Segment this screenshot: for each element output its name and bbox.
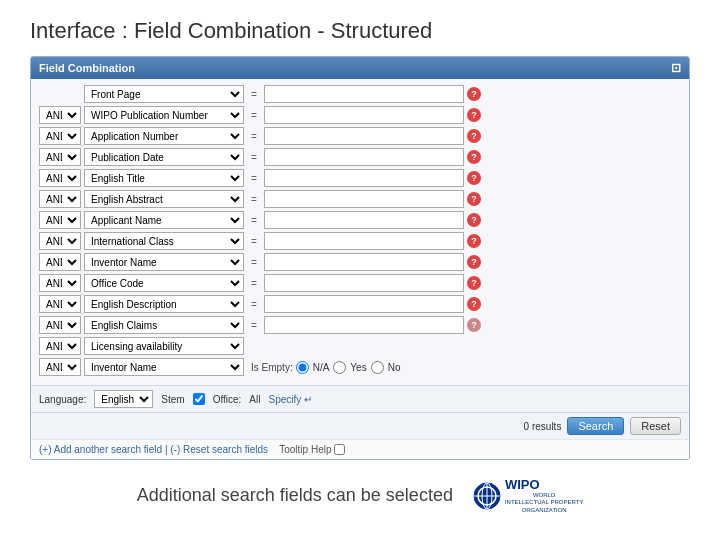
results-bar: 0 results Search Reset — [31, 412, 689, 439]
operator-select-10[interactable]: AND — [39, 295, 81, 313]
value-input-4[interactable] — [264, 169, 464, 187]
equals-label-4: = — [247, 173, 261, 184]
wipo-name: WIPO — [505, 478, 540, 492]
operator-select-5[interactable]: AND — [39, 190, 81, 208]
slide-container: Interface : Field Combination - Structur… — [0, 0, 720, 540]
is-empty-label: Is Empty: — [251, 362, 293, 373]
field-select-9[interactable]: Office Code — [84, 274, 244, 292]
field-select-5[interactable]: English Abstract — [84, 190, 244, 208]
panel-header-label: Field Combination — [39, 62, 135, 74]
value-input-2[interactable] — [264, 127, 464, 145]
help-icon-2[interactable]: ? — [467, 129, 481, 143]
reset-button[interactable]: Reset — [630, 417, 681, 435]
value-input-7[interactable] — [264, 232, 464, 250]
help-icon-10[interactable]: ? — [467, 297, 481, 311]
value-input-1[interactable] — [264, 106, 464, 124]
help-icon-0[interactable]: ? — [467, 87, 481, 101]
field-select-8[interactable]: Inventor Name — [84, 253, 244, 271]
value-input-11[interactable] — [264, 316, 464, 334]
operator-select-3[interactable]: AND — [39, 148, 81, 166]
field-select-11[interactable]: English Claims — [84, 316, 244, 334]
tooltip-label: Tooltip Help — [279, 444, 331, 455]
radio-na[interactable] — [296, 361, 309, 374]
field-select-4[interactable]: English Title — [84, 169, 244, 187]
field-select-13[interactable]: Inventor Name — [84, 358, 244, 376]
field-select-6[interactable]: Applicant Name — [84, 211, 244, 229]
action-links: (+) Add another search field | (-) Reset… — [31, 439, 689, 459]
operator-select-2[interactable]: AND — [39, 127, 81, 145]
radio-yes[interactable] — [333, 361, 346, 374]
language-label: Language: — [39, 394, 86, 405]
radio-group: N/A Yes No — [296, 361, 401, 374]
search-row-9: AND Office Code = ? — [39, 274, 681, 292]
field-combination-panel: Field Combination ⊡ Front Page = ? AND W… — [30, 56, 690, 460]
operator-select-13[interactable]: AND — [39, 358, 81, 376]
search-button[interactable]: Search — [567, 417, 624, 435]
specify-link[interactable]: Specify ↵ — [268, 394, 312, 405]
operator-select-8[interactable]: AND — [39, 253, 81, 271]
operator-select-7[interactable]: AND — [39, 232, 81, 250]
stem-label: Stem — [161, 394, 184, 405]
operator-select-1[interactable]: AND — [39, 106, 81, 124]
search-row-5: AND English Abstract = ? — [39, 190, 681, 208]
wipo-subtext: WORLDINTELLECTUAL PROPERTYORGANIZATION — [505, 492, 583, 514]
equals-label-6: = — [247, 215, 261, 226]
search-row-10: AND English Description = ? — [39, 295, 681, 313]
search-row-7: AND International Class = ? — [39, 232, 681, 250]
office-label: Office: — [213, 394, 242, 405]
field-select-0[interactable]: Front Page — [84, 85, 244, 103]
language-select[interactable]: English — [94, 390, 153, 408]
help-icon-8[interactable]: ? — [467, 255, 481, 269]
search-row-1: AND WIPO Publication Number = ? — [39, 106, 681, 124]
operator-select-12[interactable]: AND — [39, 337, 81, 355]
value-input-5[interactable] — [264, 190, 464, 208]
help-icon-4[interactable]: ? — [467, 171, 481, 185]
field-select-10[interactable]: English Description — [84, 295, 244, 313]
search-row-4: AND English Title = ? — [39, 169, 681, 187]
operator-select-4[interactable]: AND — [39, 169, 81, 187]
value-input-6[interactable] — [264, 211, 464, 229]
help-icon-7[interactable]: ? — [467, 234, 481, 248]
add-field-link[interactable]: (+) Add another search field — [39, 444, 162, 455]
help-icon-9[interactable]: ? — [467, 276, 481, 290]
search-row-6: AND Applicant Name = ? — [39, 211, 681, 229]
equals-label-2: = — [247, 131, 261, 142]
equals-label-1: = — [247, 110, 261, 121]
help-icon-11[interactable]: ? — [467, 318, 481, 332]
help-icon-3[interactable]: ? — [467, 150, 481, 164]
value-input-3[interactable] — [264, 148, 464, 166]
search-row-11: AND English Claims = ? — [39, 316, 681, 334]
equals-label-9: = — [247, 278, 261, 289]
value-input-8[interactable] — [264, 253, 464, 271]
reset-fields-link[interactable]: (-) Reset search fields — [170, 444, 268, 455]
radio-na-label: N/A — [313, 362, 330, 373]
panel-body: Front Page = ? AND WIPO Publication Numb… — [31, 79, 689, 385]
bottom-text-content: Additional search fields can be selected — [137, 485, 453, 505]
stem-checkbox[interactable] — [193, 393, 205, 405]
operator-select-11[interactable]: AND — [39, 316, 81, 334]
equals-label-11: = — [247, 320, 261, 331]
radio-yes-label: Yes — [350, 362, 366, 373]
wipo-logo-icon — [473, 482, 501, 510]
help-icon-6[interactable]: ? — [467, 213, 481, 227]
search-row-13: AND Inventor Name Is Empty: N/A Yes No — [39, 358, 681, 376]
field-select-3[interactable]: Publication Date — [84, 148, 244, 166]
field-select-12[interactable]: Licensing availability — [84, 337, 244, 355]
value-input-0[interactable] — [264, 85, 464, 103]
field-select-2[interactable]: Application Number — [84, 127, 244, 145]
equals-label-7: = — [247, 236, 261, 247]
field-select-1[interactable]: WIPO Publication Number — [84, 106, 244, 124]
search-row-3: AND Publication Date = ? — [39, 148, 681, 166]
expand-icon[interactable]: ⊡ — [671, 61, 681, 75]
radio-no-label: No — [388, 362, 401, 373]
operator-select-9[interactable]: AND — [39, 274, 81, 292]
value-input-10[interactable] — [264, 295, 464, 313]
help-icon-5[interactable]: ? — [467, 192, 481, 206]
tooltip-checkbox[interactable] — [334, 444, 345, 455]
value-input-9[interactable] — [264, 274, 464, 292]
search-row-0: Front Page = ? — [39, 85, 681, 103]
field-select-7[interactable]: International Class — [84, 232, 244, 250]
radio-no[interactable] — [371, 361, 384, 374]
operator-select-6[interactable]: AND — [39, 211, 81, 229]
help-icon-1[interactable]: ? — [467, 108, 481, 122]
